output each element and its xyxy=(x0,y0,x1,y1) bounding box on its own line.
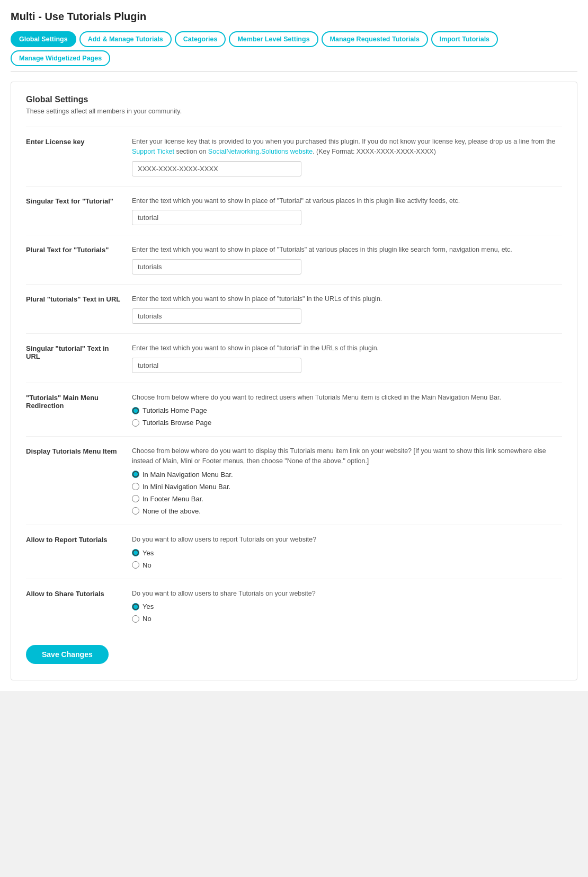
field-description-singular-tutorial: Enter the text which you want to show in… xyxy=(132,196,562,206)
nav-tab-add-manage[interactable]: Add & Manage Tutorials xyxy=(79,31,172,47)
radio-label-allow-report-no: No xyxy=(142,561,152,569)
input-plural-url[interactable] xyxy=(132,308,301,324)
radio-item-allow-share-no[interactable]: No xyxy=(132,615,562,623)
nav-tab-import[interactable]: Import Tutorials xyxy=(431,31,498,47)
input-singular-url[interactable] xyxy=(132,358,301,373)
form-row-allow-report: Allow to Report TutorialsDo you want to … xyxy=(26,525,562,579)
field-content-license-key: Enter your license key that is provided … xyxy=(132,137,562,176)
field-content-singular-url: Enter the text which you want to show in… xyxy=(132,343,562,373)
form-rows-container: Enter License keyEnter your license key … xyxy=(26,127,562,632)
radio-item-display-menu-item-main-nav[interactable]: In Main Navigation Menu Bar. xyxy=(132,471,562,479)
field-label-allow-share: Allow to Share Tutorials xyxy=(26,589,121,598)
field-content-main-menu-redirection: Choose from below where do you want to r… xyxy=(132,393,562,427)
section-subtitle: These settings affect all members in you… xyxy=(26,108,562,115)
radio-item-allow-share-yes[interactable]: Yes xyxy=(132,603,562,610)
form-row-allow-share: Allow to Share TutorialsDo you want to a… xyxy=(26,579,562,633)
nav-tab-widgetized[interactable]: Manage Widgetized Pages xyxy=(11,50,110,66)
radio-input-allow-report-yes[interactable] xyxy=(132,549,139,556)
radio-item-main-menu-redirection-home[interactable]: Tutorials Home Page xyxy=(132,406,562,414)
radio-item-main-menu-redirection-browse[interactable]: Tutorials Browse Page xyxy=(132,419,562,427)
support-ticket-link[interactable]: Support Ticket xyxy=(132,148,174,155)
field-label-singular-url: Singular "tutorial" Text in URL xyxy=(26,343,121,360)
nav-tab-member-level[interactable]: Member Level Settings xyxy=(229,31,318,47)
form-row-plural-tutorials: Plural Text for "Tutorials"Enter the tex… xyxy=(26,235,562,284)
radio-input-display-menu-item-main-nav[interactable] xyxy=(132,471,139,478)
nav-tab-categories[interactable]: Categories xyxy=(175,31,226,47)
radio-input-main-menu-redirection-browse[interactable] xyxy=(132,419,139,427)
radio-label-display-menu-item-main-nav: In Main Navigation Menu Bar. xyxy=(142,471,233,479)
field-label-plural-tutorials: Plural Text for "Tutorials" xyxy=(26,245,121,254)
section-title: Global Settings xyxy=(26,95,562,104)
radio-label-allow-share-yes: Yes xyxy=(142,603,154,610)
nav-tab-global-settings[interactable]: Global Settings xyxy=(11,31,76,47)
field-content-allow-report: Do you want to allow users to report Tut… xyxy=(132,535,562,569)
field-description-license-key: Enter your license key that is provided … xyxy=(132,137,562,157)
radio-label-display-menu-item-mini-nav: In Mini Navigation Menu Bar. xyxy=(142,483,230,491)
radio-label-main-menu-redirection-home: Tutorials Home Page xyxy=(142,406,207,414)
sn-solutions-link[interactable]: SocialNetworking.Solutions website xyxy=(208,148,313,155)
form-row-main-menu-redirection: "Tutorials" Main Menu RedirectionChoose … xyxy=(26,383,562,437)
radio-item-display-menu-item-footer[interactable]: In Footer Menu Bar. xyxy=(132,495,562,503)
radio-group-allow-share: YesNo xyxy=(132,603,562,623)
field-content-singular-tutorial: Enter the text which you want to show in… xyxy=(132,196,562,226)
field-label-license-key: Enter License key xyxy=(26,137,121,146)
input-plural-tutorials[interactable] xyxy=(132,259,301,274)
field-content-plural-url: Enter the text which you want to show in… xyxy=(132,294,562,324)
radio-input-allow-report-no[interactable] xyxy=(132,561,139,569)
save-button[interactable]: Save Changes xyxy=(26,645,109,664)
radio-item-display-menu-item-none[interactable]: None of the above. xyxy=(132,507,562,515)
radio-label-allow-report-yes: Yes xyxy=(142,549,154,557)
field-content-allow-share: Do you want to allow users to share Tuto… xyxy=(132,589,562,623)
page-title: Multi - Use Tutorials Plugin xyxy=(11,11,577,23)
field-description-plural-url: Enter the text which you want to show in… xyxy=(132,294,562,304)
form-row-singular-url: Singular "tutorial" Text in URLEnter the… xyxy=(26,333,562,383)
radio-input-display-menu-item-mini-nav[interactable] xyxy=(132,483,139,490)
nav-tab-manage-requested[interactable]: Manage Requested Tutorials xyxy=(322,31,428,47)
radio-input-main-menu-redirection-home[interactable] xyxy=(132,407,139,414)
radio-label-allow-share-no: No xyxy=(142,615,152,623)
field-label-allow-report: Allow to Report Tutorials xyxy=(26,535,121,544)
input-license-key[interactable] xyxy=(132,161,301,176)
field-description-singular-url: Enter the text which you want to show in… xyxy=(132,343,562,353)
radio-input-display-menu-item-footer[interactable] xyxy=(132,495,139,502)
field-label-singular-tutorial: Singular Text for "Tutorial" xyxy=(26,196,121,205)
radio-input-display-menu-item-none[interactable] xyxy=(132,507,139,515)
content-box: Global Settings These settings affect al… xyxy=(11,82,577,680)
field-label-main-menu-redirection: "Tutorials" Main Menu Redirection xyxy=(26,393,121,410)
field-description-allow-report: Do you want to allow users to report Tut… xyxy=(132,535,562,545)
form-row-license-key: Enter License keyEnter your license key … xyxy=(26,127,562,186)
radio-input-allow-share-yes[interactable] xyxy=(132,603,139,610)
field-description-main-menu-redirection: Choose from below where do you want to r… xyxy=(132,393,562,403)
radio-group-allow-report: YesNo xyxy=(132,549,562,569)
input-singular-tutorial[interactable] xyxy=(132,210,301,225)
field-content-plural-tutorials: Enter the text which you want to show in… xyxy=(132,245,562,274)
nav-tabs: Global SettingsAdd & Manage TutorialsCat… xyxy=(11,31,577,72)
field-content-display-menu-item: Choose from below where do you want to d… xyxy=(132,446,562,515)
form-row-display-menu-item: Display Tutorials Menu ItemChoose from b… xyxy=(26,436,562,525)
radio-item-allow-report-no[interactable]: No xyxy=(132,561,562,569)
form-row-singular-tutorial: Singular Text for "Tutorial"Enter the te… xyxy=(26,186,562,235)
radio-item-display-menu-item-mini-nav[interactable]: In Mini Navigation Menu Bar. xyxy=(132,483,562,491)
field-label-plural-url: Plural "tutorials" Text in URL xyxy=(26,294,121,303)
field-description-display-menu-item: Choose from below where do you want to d… xyxy=(132,446,562,466)
field-description-allow-share: Do you want to allow users to share Tuto… xyxy=(132,589,562,599)
radio-label-display-menu-item-footer: In Footer Menu Bar. xyxy=(142,495,203,503)
radio-input-allow-share-no[interactable] xyxy=(132,615,139,623)
field-label-display-menu-item: Display Tutorials Menu Item xyxy=(26,446,121,455)
radio-label-display-menu-item-none: None of the above. xyxy=(142,507,201,515)
radio-label-main-menu-redirection-browse: Tutorials Browse Page xyxy=(142,419,211,427)
radio-group-main-menu-redirection: Tutorials Home PageTutorials Browse Page xyxy=(132,406,562,427)
field-description-plural-tutorials: Enter the text which you want to show in… xyxy=(132,245,562,255)
form-row-plural-url: Plural "tutorials" Text in URLEnter the … xyxy=(26,284,562,333)
radio-item-allow-report-yes[interactable]: Yes xyxy=(132,549,562,557)
radio-group-display-menu-item: In Main Navigation Menu Bar.In Mini Navi… xyxy=(132,471,562,515)
